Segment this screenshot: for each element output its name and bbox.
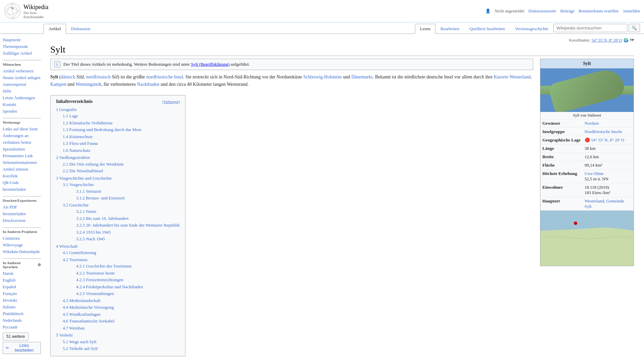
login-link[interactable]: Anmelden	[623, 9, 640, 14]
globe-icon[interactable]: 🌍	[624, 38, 629, 43]
sidebar-item-aenderungen[interactable]: Letzte Änderungen	[3, 95, 41, 101]
sidebar-item-hauptseite[interactable]: Hauptseite	[3, 37, 41, 43]
toc-link-4-4[interactable]: 4.4 Medizinische Versorgung	[63, 305, 114, 310]
sidebar-item-themenportale[interactable]: Themenportale	[3, 43, 41, 50]
sidebar-item-hilfe[interactable]: Hilfe	[3, 88, 41, 95]
nordfriesisch-link[interactable]: nordfriesisch	[86, 74, 111, 79]
coords-value[interactable]: 54° 55' N, 8° 20' O	[591, 137, 624, 142]
sidebar-item-kontakt[interactable]: Kontakt	[3, 101, 41, 108]
sidebar-item-links[interactable]: Links auf diese Seite	[3, 126, 41, 132]
toc-link-5-1[interactable]: 5.1 Wege nach Sylt	[63, 339, 97, 344]
toc-link-4-2[interactable]: 4.2 Tourismus	[63, 257, 88, 262]
toc-link-3-1-1[interactable]: 3.1.1 Steinzeit	[76, 189, 101, 194]
map-icon[interactable]: 🗺	[630, 38, 634, 43]
sidebar-item-russian[interactable]: Русский	[3, 324, 41, 330]
toc-link-4-2-5[interactable]: 4.2.5 Veranstaltungen	[76, 291, 114, 296]
toc-link-3[interactable]: 3 Vorgeschichte und Geschichte	[56, 176, 112, 181]
toc-link-3-2-3[interactable]: 3.2.3 20. Jahrhundert bis zum Ende der W…	[76, 223, 180, 228]
daenemark-link[interactable]: Dänemarks	[351, 74, 373, 79]
site-name[interactable]: Wikipedia	[23, 4, 48, 11]
toc-link-1-3[interactable]: 1.3 Formung und Bedrohung durch das Meer	[63, 127, 142, 132]
more-languages-button[interactable]: 51 weitere	[3, 333, 29, 341]
sidebar-item-nederlands[interactable]: Nederlands	[3, 317, 41, 324]
edit-links-button[interactable]: ✏ Links bearbeiten	[3, 342, 41, 354]
toc-link-3-2-5[interactable]: 3.2.5 Nach 1945	[76, 236, 105, 241]
sidebar-item-spezialseiten[interactable]: Spezialseiten	[3, 146, 41, 153]
toc-link-4-6[interactable]: 4.6 Transatlantische Seekabel	[63, 318, 114, 323]
sidebar-item-english[interactable]: English	[3, 277, 41, 284]
toc-toggle[interactable]: [Verbergen]	[162, 100, 180, 104]
sidebar-item-kurzlink[interactable]: Kurzlink	[3, 173, 41, 179]
toc-link-2[interactable]: 2 Siedlungsstruktur	[56, 155, 90, 160]
contributions-link[interactable]: Beiträge	[560, 9, 575, 14]
tab-bearbeiten[interactable]: Bearbeiten	[435, 24, 464, 34]
uwe-duene-link[interactable]: Uwe-Düne	[585, 171, 604, 176]
toc-link-3-2-4[interactable]: 3.2.4 1933 bis 1945	[76, 230, 111, 235]
hauptort-link[interactable]: Westerland, Gemeinde Sylt	[585, 198, 624, 209]
toc-link-4-2-2[interactable]: 4.2.2 Tourismus heute	[76, 270, 115, 276]
toc-link-5[interactable]: 5 Verkehr	[56, 333, 73, 338]
gear-icon[interactable]: ⚙	[38, 263, 41, 267]
toc-link-5-2[interactable]: 5.2 Verkehr auf Sylt	[63, 346, 98, 351]
wenningstedt-link[interactable]: Wenningstedt	[75, 82, 101, 87]
toc-link-1-1[interactable]: 1.1 Lage	[63, 113, 78, 118]
toc-link-4-7[interactable]: 4.7 Weinbau	[63, 325, 85, 330]
kurorte-link[interactable]: Kurorte Westerland	[494, 74, 530, 79]
danisch-link[interactable]: dänisch	[61, 74, 75, 79]
disambig-link[interactable]: Sylt (Begriffsklärung)	[191, 62, 229, 67]
kampen-link[interactable]: Kampen	[50, 82, 66, 87]
create-account-link[interactable]: Benutzerkonto erstellen	[579, 9, 619, 14]
toc-link-4-2-1[interactable]: 4.2.1 Geschichte des Tourismus	[76, 263, 131, 268]
sidebar-item-verlinkte[interactable]: Änderungen an verlinkten Seiten	[3, 132, 41, 146]
sidebar-item-seiteninformationen[interactable]: Seiteninformationen	[3, 159, 41, 166]
toc-link-2-1[interactable]: 2.1 Die Orte entlang der Westküste	[63, 162, 124, 167]
toc-link-4[interactable]: 4 Wirtschaft	[56, 244, 77, 249]
search-button[interactable]: 🔍	[629, 24, 640, 32]
sidebar-item-plattduutsch[interactable]: Plattdüütsch	[3, 310, 41, 317]
discussion-link[interactable]: Diskussionsseite	[528, 9, 556, 14]
infobox-value-gewaesser[interactable]: Nordsee	[585, 121, 599, 126]
sidebar-item-italiano[interactable]: Italiano	[3, 304, 41, 310]
wikipedia-logo[interactable]: W	[4, 3, 21, 19]
sidebar-item-druckversion[interactable]: Druckversion	[3, 217, 41, 224]
sidebar-item-francais[interactable]: Français	[3, 290, 41, 297]
toc-link-3-2-2[interactable]: 3.2.2 Bis zum 19. Jahrhundert	[76, 216, 128, 221]
toc-link-4-2-4[interactable]: 4.2.4 Freiköperkultur und Nacktbaden	[76, 284, 143, 289]
tab-lesen[interactable]: Lesen	[415, 24, 435, 34]
nordfriesische-insel-link[interactable]: nordfriesische Insel	[146, 74, 183, 79]
toc-link-1-5[interactable]: 1.5 Flora und Fauna	[63, 141, 98, 146]
sidebar-item-neuer-artikel[interactable]: Neuen Artikel anlegen	[3, 74, 41, 81]
sidebar-item-spenden[interactable]: Spenden	[3, 108, 41, 115]
sidebar-item-permanenter[interactable]: Permanenter Link	[3, 153, 41, 159]
toc-link-4-2-3[interactable]: 4.2.3 Freizeiteinrichtungen	[76, 277, 123, 282]
sidebar-item-commons[interactable]: Commons	[3, 235, 41, 242]
toc-link-3-2[interactable]: 3.2 Geschichte	[63, 202, 89, 207]
coords-link[interactable]: 54° 55' N, 8° 20' O	[592, 38, 622, 43]
toc-link-3-1[interactable]: 3.1 Vorgeschichte	[63, 182, 94, 187]
toc-link-2-2[interactable]: 2.2 Die Nössehalbinsel	[63, 168, 103, 173]
tab-versionsgeschichte[interactable]: Versionsgeschichte	[510, 24, 553, 34]
toc-link-4-3[interactable]: 4.3 Medienlandschaft	[63, 298, 101, 303]
sidebar-item-qrcode[interactable]: QR-Code herunterladen	[3, 179, 41, 193]
tab-artikel[interactable]: Artikel	[44, 24, 66, 34]
toc-link-3-2-1[interactable]: 3.2.1 Name	[76, 209, 96, 214]
toc-link-1-4[interactable]: 1.4 Küstenschutz	[63, 134, 93, 139]
nacktbaden-link[interactable]: Nacktbaden	[137, 82, 159, 87]
sidebar-item-hrvatski[interactable]: Hrvatski	[3, 297, 41, 304]
sidebar-item-pdf[interactable]: Als PDF herunterladen	[3, 204, 41, 217]
sidebar-item-verbessern[interactable]: Artikel verbessern	[3, 68, 41, 74]
sidebar-item-zitieren[interactable]: Artikel zitieren	[3, 166, 41, 173]
sidebar-item-dansk[interactable]: Dansk	[3, 270, 41, 277]
sidebar-item-zufaellig[interactable]: Zufälliger Artikel	[3, 50, 41, 57]
search-input[interactable]	[553, 24, 627, 32]
schleswig-holstein-link[interactable]: Schleswig-Holsteins	[303, 74, 342, 79]
tab-diskussion[interactable]: Diskussion	[66, 24, 96, 34]
sidebar-item-autorenportal[interactable]: Autorenportal	[3, 81, 41, 88]
sidebar-item-wikidata[interactable]: Wikidata-Datenobjekt	[3, 248, 41, 255]
sidebar-item-espanol[interactable]: Español	[3, 284, 41, 290]
toc-link-4-5[interactable]: 4.5 Windkraftanlagen	[63, 312, 101, 317]
sidebar-item-wikivoyage[interactable]: Wikivoyage	[3, 242, 41, 248]
toc-link-3-1-2[interactable]: 3.1.2 Bronze- und Eisenzeit	[76, 195, 125, 200]
toc-link-1-2[interactable]: 1.2 Klimatische Verhältnisse	[63, 120, 113, 125]
toc-link-4-1[interactable]: 4.1 Gentrifizierung	[63, 250, 96, 255]
